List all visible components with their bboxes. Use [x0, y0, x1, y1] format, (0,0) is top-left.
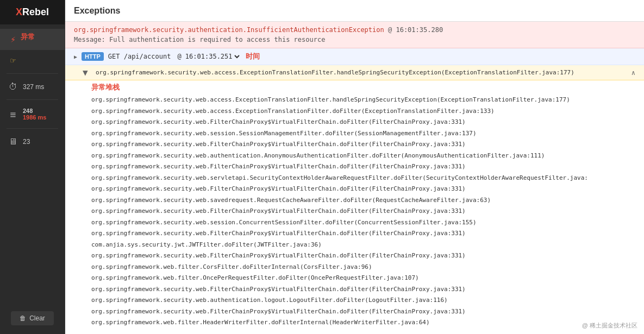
sidebar-item-exceptions[interactable]: ⚡ 异常 — [0, 29, 65, 50]
sidebar-item-cursor[interactable]: ☞ — [0, 50, 65, 71]
sidebar-item-monitor[interactable]: 🖥 23 — [0, 131, 65, 152]
stack-line: org.springframework.security.web.FilterC… — [65, 228, 644, 240]
sidebar-monitor-value: 23 — [23, 138, 30, 146]
stack-line: org.springframework.security.web.FilterC… — [65, 139, 644, 150]
sidebar-db-values: 248 1986 ms — [23, 108, 46, 121]
stack-trace-container: ▼ org.springframework.security.web.acces… — [65, 65, 644, 334]
exception-banner: org.springframework.security.authenticat… — [65, 22, 644, 48]
exception-class: org.springframework.security.authenticat… — [74, 26, 635, 34]
stack-line: org.springframework.security.web.FilterC… — [65, 117, 644, 128]
stack-line: org.springframework.security.web.FilterC… — [65, 306, 644, 318]
stack-expand-icon[interactable]: ▼ — [83, 67, 91, 78]
request-path: GET /api/account — [108, 53, 171, 60]
stack-first-line: ▼ org.springframework.security.web.acces… — [65, 65, 644, 80]
stack-line: org.springframework.security.web.authent… — [65, 150, 644, 162]
sidebar-nav: ⚡ 异常 ☞ ⏱ 327 ms ≡ 248 1986 ms 🖥 23 — [0, 24, 65, 152]
stack-line: org.springframework.security.web.session… — [65, 128, 644, 140]
main-header: Exceptions — [65, 0, 644, 22]
db-icon: ≡ — [8, 109, 18, 120]
page-title: Exceptions — [74, 6, 120, 15]
stack-line: org.springframework.security.web.FilterC… — [65, 250, 644, 262]
sidebar-divider-3 — [7, 128, 58, 129]
sidebar-time-value: 327 ms — [23, 83, 44, 91]
sidebar-db-count: 248 — [23, 108, 46, 114]
stack-line: org.springframework.security.web.access.… — [65, 94, 644, 106]
stack-cn-label: 异常堆栈 — [91, 83, 120, 91]
clock-icon: ⏱ — [8, 81, 18, 92]
stack-line: org.springframework.security.web.servlet… — [65, 173, 644, 184]
stack-line: org.springframework.web.filter.OncePerRe… — [65, 273, 644, 284]
stack-line: org.springframework.security.web.savedre… — [65, 195, 644, 206]
clear-button[interactable]: 🗑 Clear — [11, 311, 54, 325]
sidebar-divider-1 — [7, 73, 58, 74]
time-dropdown[interactable]: @ 16:01:35.251 — [175, 52, 241, 61]
time-cn-label: 时间 — [246, 52, 260, 61]
sidebar-exceptions-cn-label: 异常 — [21, 32, 35, 42]
expand-icon[interactable]: ▶ — [74, 54, 77, 60]
exception-message: Message: Full authentication is required… — [74, 36, 635, 43]
app-logo: XRebel — [0, 0, 65, 24]
sidebar-divider-2 — [7, 99, 58, 100]
stack-line: com.anjia.sys.security.jwt.JWTFilter.doF… — [65, 240, 644, 251]
stack-line: org.springframework.security.web.FilterC… — [65, 206, 644, 217]
cursor-icon: ☞ — [8, 55, 18, 66]
lightning-icon: ⚡ — [8, 34, 18, 45]
stack-line: org.springframework.security.web.FilterC… — [65, 161, 644, 173]
main-content: Exceptions org.springframework.security.… — [65, 0, 644, 334]
stack-line: org.springframework.web.filter.CorsFilte… — [65, 262, 644, 273]
collapse-icon[interactable]: ∧ — [632, 69, 635, 77]
request-row: ▶ HTTP GET /api/account @ 16:01:35.251 时… — [65, 48, 644, 65]
stack-line: org.springframework.security.web.FilterC… — [65, 184, 644, 195]
stack-cn-annotation-row: 异常堆栈 — [65, 80, 644, 93]
monitor-icon: 🖥 — [8, 136, 18, 147]
clear-label: Clear — [29, 314, 45, 322]
watermark: @ 稀土掘金技术社区 — [582, 322, 637, 330]
stack-line: org.springframework.web.filter.HeaderWri… — [65, 317, 644, 329]
sidebar-db-time: 1986 ms — [23, 114, 46, 121]
sidebar: XRebel ⚡ 异常 ☞ ⏱ 327 ms ≡ 248 1986 ms — [0, 0, 65, 334]
logo-text: XRebel — [16, 7, 49, 18]
http-method-badge: HTTP — [82, 52, 104, 61]
sidebar-item-time[interactable]: ⏱ 327 ms — [0, 76, 65, 97]
stack-line: org.springframework.security.web.session… — [65, 217, 644, 229]
stack-lines: org.springframework.security.web.access.… — [65, 93, 644, 330]
trash-icon: 🗑 — [20, 314, 26, 322]
stack-line: org.springframework.security.web.FilterC… — [65, 284, 644, 295]
stack-line: org.springframework.security.web.access.… — [65, 106, 644, 117]
stack-first-text: org.springframework.security.web.access.… — [96, 69, 574, 76]
sidebar-item-db[interactable]: ≡ 248 1986 ms — [0, 102, 65, 126]
stack-line: org.springframework.security.web.authent… — [65, 295, 644, 306]
